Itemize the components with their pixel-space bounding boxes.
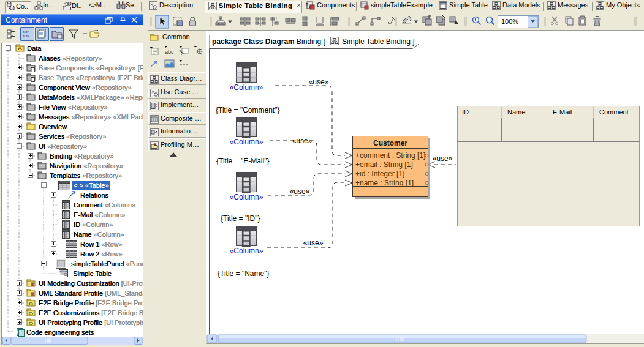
svg-text:+name : String [1]: +name : String [1] — [355, 179, 414, 187]
svg-text:Simple Table Binding ]: Simple Table Binding ] — [342, 37, 415, 46]
svg-text:{Title = "ID"}: {Title = "ID"} — [221, 214, 260, 223]
svg-text:+email : String [1]: +email : String [1] — [355, 160, 413, 169]
svg-text:«use»: «use» — [309, 78, 329, 86]
svg-text:+comment : String [1]: +comment : String [1] — [355, 151, 425, 160]
svg-text:package Class Diagram Binding: package Class Diagram Binding [ — [212, 37, 325, 46]
svg-text:«use»: «use» — [292, 136, 313, 145]
svg-text:«Column»: «Column» — [230, 83, 263, 92]
svg-text:«Column»: «Column» — [230, 247, 263, 255]
svg-text:Name: Name — [507, 108, 525, 116]
svg-text:{Title = "Name"}: {Title = "Name"} — [218, 269, 269, 278]
svg-text:«Column»: «Column» — [230, 138, 263, 146]
svg-text:Customer: Customer — [373, 139, 407, 147]
svg-text:E-Mail: E-Mail — [553, 108, 572, 116]
svg-text:«Column»: «Column» — [230, 193, 263, 201]
svg-text:«use»: «use» — [303, 239, 324, 247]
svg-text:«use»: «use» — [433, 154, 453, 163]
svg-text:100%: 100% — [501, 18, 518, 25]
svg-text:«use»: «use» — [290, 187, 310, 196]
svg-text:Comment: Comment — [599, 108, 629, 116]
svg-text:«»: «» — [23, 33, 29, 39]
svg-text:+id : Integer [1]: +id : Integer [1] — [355, 170, 404, 178]
svg-text:{Title = "Comment"}: {Title = "Comment"} — [216, 106, 279, 114]
svg-text:abc: abc — [165, 49, 174, 55]
svg-text:{Title = "E-Mail"}: {Title = "E-Mail"} — [216, 157, 269, 165]
svg-text:ID: ID — [462, 108, 469, 116]
